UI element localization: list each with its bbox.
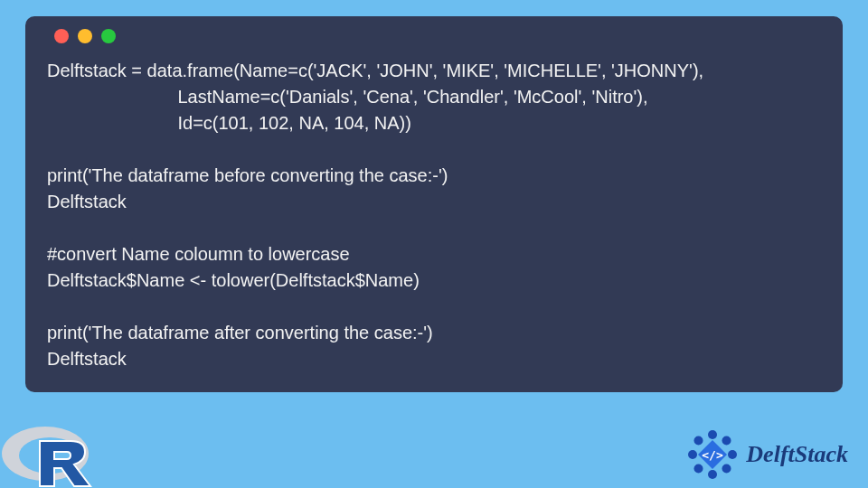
- code-line: print('The dataframe before converting t…: [47, 165, 448, 185]
- code-line: Delftstack: [47, 192, 127, 211]
- close-dot-icon: [54, 29, 69, 43]
- code-line: LastName=c('Danials', 'Cena', 'Chandler'…: [47, 87, 648, 107]
- window-controls: [54, 29, 821, 43]
- svg-point-7: [694, 465, 703, 474]
- svg-point-9: [694, 436, 703, 446]
- svg-point-6: [708, 470, 717, 479]
- svg-point-5: [722, 465, 731, 474]
- code-line: print('The dataframe after converting th…: [47, 323, 433, 343]
- svg-text:</>: </>: [703, 448, 724, 462]
- svg-point-4: [728, 450, 737, 459]
- delftstack-brand-text: DelftStack: [746, 441, 848, 468]
- r-logo-icon: [0, 416, 99, 488]
- maximize-dot-icon: [101, 29, 116, 43]
- code-line: Id=c(101, 102, NA, 104, NA)): [47, 113, 411, 133]
- minimize-dot-icon: [78, 29, 92, 43]
- svg-point-3: [722, 436, 731, 446]
- code-block: Delftstack = data.frame(Name=c('JACK', '…: [47, 58, 821, 372]
- code-line: Delftstack$Name <- tolower(Delftstack$Na…: [47, 270, 420, 290]
- delftstack-badge-icon: </>: [686, 428, 739, 481]
- code-window: Delftstack = data.frame(Name=c('JACK', '…: [25, 16, 843, 392]
- code-line: #convert Name coloumn to lowercase: [47, 244, 350, 264]
- delftstack-logo: </> DelftStack: [686, 428, 848, 481]
- code-line: Delftstack = data.frame(Name=c('JACK', '…: [47, 61, 703, 80]
- svg-point-8: [688, 450, 697, 459]
- svg-point-2: [708, 430, 717, 439]
- code-line: Delftstack: [47, 349, 127, 369]
